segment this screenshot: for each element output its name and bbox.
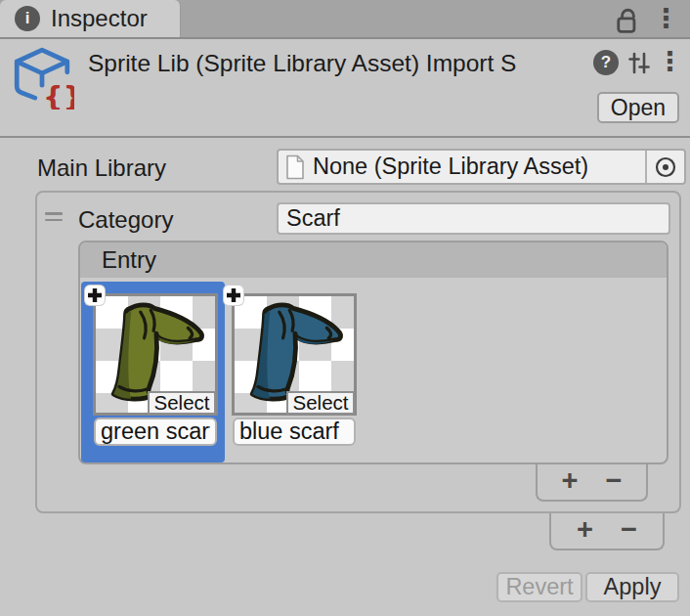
help-icon[interactable]: ? — [593, 50, 619, 75]
asset-file-icon — [284, 154, 306, 181]
drag-handle-icon[interactable] — [45, 212, 63, 223]
inspector-window: i Inspector ⋮ {} Sprite Lib (Sprite Libr… — [0, 0, 690, 616]
category-add-button[interactable]: + — [577, 516, 593, 542]
plus-icon — [224, 286, 243, 305]
category-remove-button[interactable]: − — [621, 516, 637, 542]
entry-name-input-1[interactable] — [94, 418, 217, 446]
unlock-icon[interactable] — [616, 7, 641, 34]
category-label: Category — [78, 206, 173, 234]
revert-button[interactable]: Revert — [496, 572, 582, 602]
tab-label: Inspector — [51, 5, 148, 32]
header-menu-icon[interactable]: ⋮ — [657, 47, 676, 76]
object-picker-icon — [653, 154, 678, 180]
category-list-footer: + − — [549, 513, 665, 550]
add-sprite-badge[interactable] — [224, 286, 243, 305]
header-separator — [0, 136, 690, 138]
apply-button[interactable]: Apply — [585, 572, 679, 602]
category-name-input[interactable] — [277, 202, 670, 235]
entry-list-header: Entry — [80, 242, 667, 278]
entry-add-button[interactable]: + — [562, 467, 579, 493]
tab-inspector[interactable]: i Inspector — [0, 0, 181, 37]
info-icon: i — [15, 6, 40, 31]
plus-icon — [85, 286, 105, 305]
entry-name-input-2[interactable] — [233, 418, 356, 446]
add-sprite-badge[interactable] — [85, 286, 105, 305]
asset-title: Sprite Lib (Sprite Library Asset) Import… — [88, 49, 592, 80]
tab-bar: i Inspector ⋮ — [0, 0, 690, 39]
entry-list-footer: + − — [536, 464, 648, 502]
select-sprite-button-1[interactable]: Select — [148, 391, 216, 415]
select-sprite-button-2[interactable]: Select — [286, 391, 355, 415]
tab-menu-icon[interactable]: ⋮ — [653, 4, 672, 33]
main-library-label: Main Library — [37, 154, 166, 182]
main-library-object-field[interactable]: None (Sprite Library Asset) — [277, 149, 686, 185]
entry-remove-button[interactable]: − — [606, 467, 623, 493]
scripted-importer-icon: {} — [10, 45, 74, 110]
object-picker-button[interactable] — [645, 151, 684, 183]
presets-icon[interactable] — [626, 50, 652, 75]
main-library-value: None (Sprite Library Asset) — [313, 154, 645, 180]
open-button[interactable]: Open — [597, 92, 679, 123]
svg-text:{}: {} — [43, 80, 74, 110]
